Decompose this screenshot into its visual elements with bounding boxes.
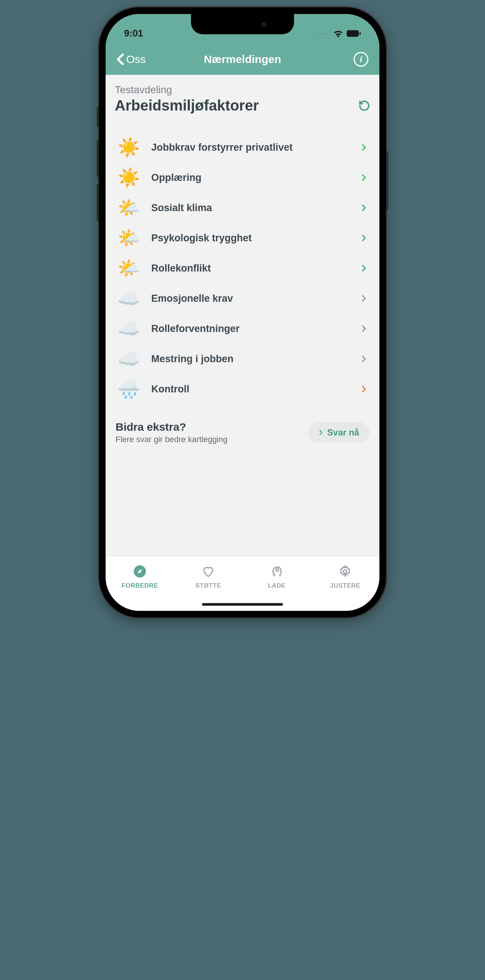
factor-label: Rolleforventninger [151,323,352,334]
tab-forbedre[interactable]: FORBEDRE [106,556,174,598]
factor-label: Opplæring [151,172,352,183]
factor-label: Sosialt klima [151,202,352,214]
cloud-icon: ☁️ [115,320,143,338]
sun-icon: ☀️ [115,138,143,157]
volume-down-button [97,184,99,221]
svg-point-3 [276,568,279,571]
chevron-right-icon [361,235,367,241]
page-title: Arbeidsmiljøfaktorer [115,97,259,114]
chevron-right-icon [361,204,367,211]
svg-rect-0 [347,30,359,37]
home-indicator [202,603,283,606]
info-button[interactable]: i [353,52,368,67]
chevron-right-icon [361,144,367,151]
status-icons: ●●●● [317,29,361,38]
tab-label: FORBEDRE [121,582,158,589]
svg-rect-1 [360,32,361,35]
factor-list: ☀️ Jobbkrav forstyrrer privatlivet ☀️ Op… [115,132,370,404]
extra-title: Bidra ekstra? [116,421,227,433]
factor-label: Kontroll [151,383,352,395]
partly-icon: 🌤️ [115,229,143,247]
tab-støtte[interactable]: STØTTE [174,556,242,598]
factor-label: Emosjonelle krav [151,293,352,304]
cloud-icon: ☁️ [115,289,143,308]
factor-label: Rollekonflikt [151,262,352,274]
refresh-icon[interactable] [358,100,370,111]
status-dots-icon: ●●●● [317,31,329,35]
side-button [97,107,99,127]
chevron-right-icon [318,430,323,435]
notch [191,14,294,34]
factor-item[interactable]: 🌤️ Sosialt klima [115,192,370,223]
app-header: Oss Nærmeldingen i [106,43,379,75]
cloud-icon: ☁️ [115,350,143,368]
volume-up-button [97,140,99,177]
tab-bar: FORBEDRESTØTTELADEJUSTERE [106,556,379,611]
chevron-right-icon [361,356,367,362]
chevron-right-icon [361,174,367,181]
tab-label: LADE [268,582,285,589]
factor-item[interactable]: 🌧️ Kontroll [115,374,370,404]
factor-label: Jobbkrav forstyrrer privatlivet [151,142,352,153]
back-label: Oss [126,53,146,65]
extra-section: Bidra ekstra? Flere svar gir bedre kartl… [115,421,370,455]
factor-item[interactable]: 🌤️ Psykologisk trygghet [115,223,370,253]
extra-subtitle: Flere svar gir bedre kartlegging [116,435,227,444]
back-button[interactable]: Oss [117,53,146,65]
svar-button[interactable]: Svar nå [308,422,369,443]
partly-icon: 🌤️ [115,199,143,217]
tab-lade[interactable]: LADE [242,556,311,598]
factor-label: Mestring i jobben [151,353,352,365]
power-button [386,151,388,210]
factor-item[interactable]: ☀️ Opplæring [115,162,370,192]
sun-icon: ☀️ [115,169,143,187]
svg-point-4 [344,570,347,573]
factor-item[interactable]: ☀️ Jobbkrav forstyrrer privatlivet [115,132,370,162]
head-icon [270,565,283,580]
chevron-right-icon [361,265,367,272]
battery-icon [346,30,361,37]
chevron-right-icon [361,325,367,332]
svar-button-label: Svar nå [327,427,359,438]
phone-frame: 9:01 ●●●● Oss Nærmeldingen i Testavdelin… [99,7,386,617]
page-subtitle: Testavdeling [115,84,370,96]
heart-icon [202,565,215,580]
tab-justere[interactable]: JUSTERE [311,556,379,598]
factor-item[interactable]: ☁️ Rolleforventninger [115,313,370,344]
factor-label: Psykologisk trygghet [151,232,352,244]
factor-item[interactable]: ☁️ Emosjonelle krav [115,283,370,313]
factor-item[interactable]: 🌤️ Rollekonflikt [115,253,370,283]
content: Testavdeling Arbeidsmiljøfaktorer ☀️ Job… [106,75,379,455]
factor-item[interactable]: ☁️ Mestring i jobben [115,344,370,374]
chevron-right-icon [361,386,367,392]
tab-label: JUSTERE [330,582,360,589]
compass-icon [133,565,146,580]
wifi-icon [333,29,343,38]
chevron-right-icon [361,295,367,302]
tab-label: STØTTE [195,582,221,589]
gear-icon [339,565,352,580]
chevron-left-icon [117,53,124,65]
rain-icon: 🌧️ [115,380,143,398]
partly-icon: 🌤️ [115,259,143,277]
status-time: 9:01 [124,28,143,39]
header-title: Nærmeldingen [204,53,281,65]
